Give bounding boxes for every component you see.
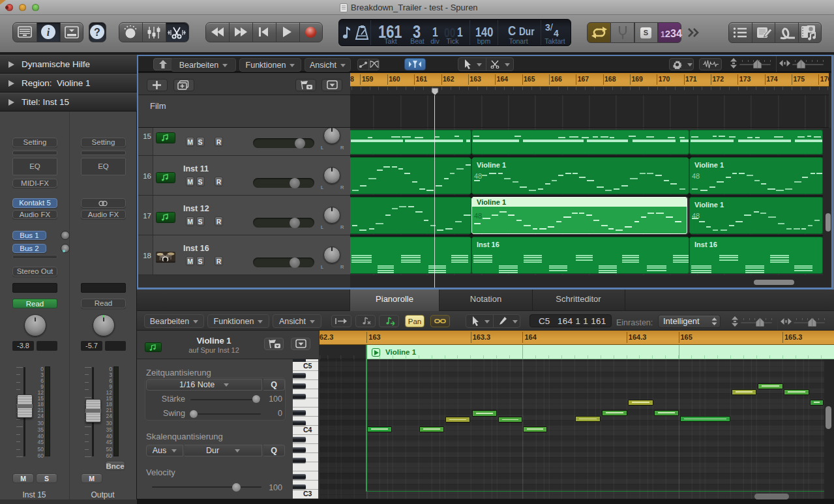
svg-text:?: ?: [94, 27, 100, 38]
svg-text:i: i: [47, 27, 50, 38]
